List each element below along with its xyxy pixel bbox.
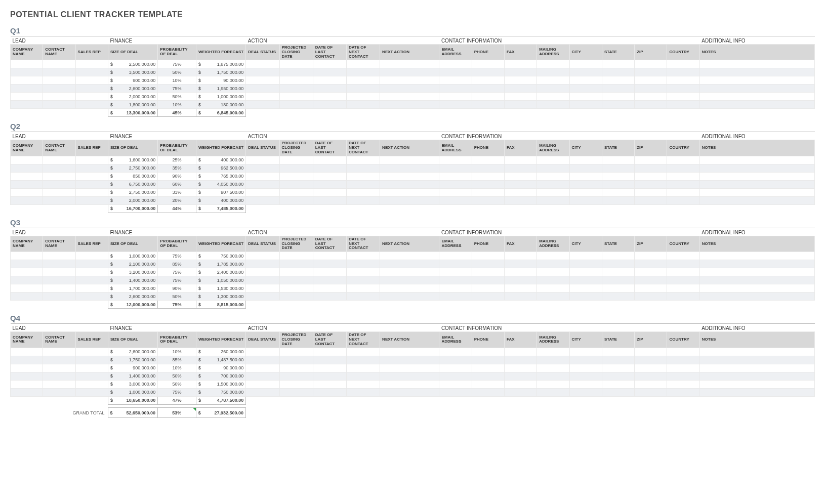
cell[interactable]	[472, 252, 504, 260]
cell[interactable]	[43, 260, 75, 268]
cell[interactable]	[313, 260, 346, 268]
cell[interactable]	[279, 284, 313, 292]
cell[interactable]	[346, 101, 380, 109]
weighted-forecast[interactable]: $400,000.00	[196, 196, 245, 204]
cell[interactable]	[635, 60, 667, 68]
cell[interactable]	[75, 260, 108, 268]
cell[interactable]	[11, 156, 43, 164]
size-of-deal[interactable]: $2,000,000.00	[108, 93, 157, 101]
weighted-forecast[interactable]: $1,750,000.00	[196, 68, 245, 76]
cell[interactable]	[504, 196, 537, 204]
cell[interactable]	[439, 348, 472, 356]
cell[interactable]	[537, 388, 569, 396]
cell[interactable]	[279, 172, 313, 180]
cell[interactable]	[472, 85, 504, 93]
cell[interactable]	[380, 76, 439, 85]
cell[interactable]	[11, 164, 43, 172]
cell[interactable]	[699, 372, 814, 380]
cell[interactable]	[439, 76, 472, 85]
cell[interactable]	[279, 60, 313, 68]
cell[interactable]	[504, 348, 537, 356]
probability[interactable]: 33%	[158, 188, 196, 196]
cell[interactable]	[504, 388, 537, 396]
cell[interactable]	[279, 372, 313, 380]
cell[interactable]	[246, 164, 279, 172]
cell[interactable]	[472, 372, 504, 380]
cell[interactable]	[635, 356, 667, 364]
cell[interactable]	[246, 68, 279, 76]
cell[interactable]	[537, 276, 569, 284]
cell[interactable]	[246, 268, 279, 276]
probability[interactable]: 50%	[158, 93, 196, 101]
cell[interactable]	[75, 196, 108, 204]
cell[interactable]	[667, 252, 699, 260]
cell[interactable]	[380, 372, 439, 380]
cell[interactable]	[346, 172, 380, 180]
cell[interactable]	[569, 268, 602, 276]
cell[interactable]	[569, 180, 602, 188]
probability[interactable]: 50%	[158, 292, 196, 301]
cell[interactable]	[246, 93, 279, 101]
cell[interactable]	[699, 93, 814, 101]
cell[interactable]	[439, 188, 472, 196]
cell[interactable]	[569, 364, 602, 372]
cell[interactable]	[667, 388, 699, 396]
size-of-deal[interactable]: $1,400,000.00	[108, 372, 157, 380]
weighted-forecast[interactable]: $1,530,000.00	[196, 284, 245, 292]
size-of-deal[interactable]: $2,500,000.00	[108, 60, 157, 68]
cell[interactable]	[602, 364, 634, 372]
cell[interactable]	[75, 380, 108, 388]
cell[interactable]	[346, 180, 380, 188]
cell[interactable]	[569, 76, 602, 85]
cell[interactable]	[246, 388, 279, 396]
cell[interactable]	[246, 292, 279, 301]
weighted-forecast[interactable]: $1,500,000.00	[196, 380, 245, 388]
cell[interactable]	[313, 380, 346, 388]
probability[interactable]: 85%	[158, 260, 196, 268]
cell[interactable]	[439, 172, 472, 180]
cell[interactable]	[313, 276, 346, 284]
cell[interactable]	[667, 260, 699, 268]
cell[interactable]	[11, 372, 43, 380]
cell[interactable]	[346, 76, 380, 85]
cell[interactable]	[699, 180, 814, 188]
cell[interactable]	[346, 364, 380, 372]
cell[interactable]	[75, 364, 108, 372]
cell[interactable]	[504, 85, 537, 93]
cell[interactable]	[75, 180, 108, 188]
cell[interactable]	[667, 364, 699, 372]
size-of-deal[interactable]: $2,750,000.00	[108, 188, 157, 196]
size-of-deal[interactable]: $1,000,000.00	[108, 388, 157, 396]
cell[interactable]	[246, 380, 279, 388]
cell[interactable]	[504, 356, 537, 364]
cell[interactable]	[313, 93, 346, 101]
cell[interactable]	[472, 156, 504, 164]
cell[interactable]	[504, 188, 537, 196]
cell[interactable]	[279, 388, 313, 396]
cell[interactable]	[380, 388, 439, 396]
cell[interactable]	[346, 388, 380, 396]
cell[interactable]	[279, 252, 313, 260]
size-of-deal[interactable]: $2,600,000.00	[108, 348, 157, 356]
weighted-forecast[interactable]: $1,487,500.00	[196, 356, 245, 364]
weighted-forecast[interactable]: $90,000.00	[196, 76, 245, 85]
cell[interactable]	[667, 85, 699, 93]
size-of-deal[interactable]: $1,600,000.00	[108, 156, 157, 164]
cell[interactable]	[43, 93, 75, 101]
cell[interactable]	[380, 156, 439, 164]
cell[interactable]	[537, 356, 569, 364]
cell[interactable]	[699, 196, 814, 204]
cell[interactable]	[699, 348, 814, 356]
cell[interactable]	[380, 60, 439, 68]
cell[interactable]	[504, 60, 537, 68]
size-of-deal[interactable]: $1,000,000.00	[108, 252, 157, 260]
cell[interactable]	[11, 356, 43, 364]
cell[interactable]	[279, 68, 313, 76]
size-of-deal[interactable]: $2,750,000.00	[108, 164, 157, 172]
cell[interactable]	[602, 60, 634, 68]
cell[interactable]	[635, 101, 667, 109]
cell[interactable]	[504, 380, 537, 388]
cell[interactable]	[313, 101, 346, 109]
cell[interactable]	[346, 164, 380, 172]
probability[interactable]: 10%	[158, 348, 196, 356]
